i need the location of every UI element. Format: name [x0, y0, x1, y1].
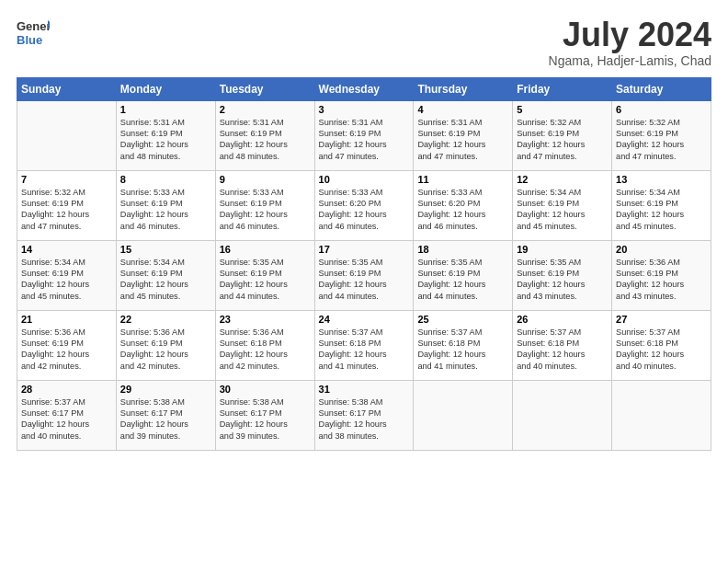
- day-number: 17: [319, 244, 410, 255]
- day-number: 4: [417, 104, 508, 115]
- table-cell: 8Sunrise: 5:33 AMSunset: 6:19 PMDaylight…: [116, 170, 215, 240]
- day-number: 25: [417, 314, 508, 325]
- title-block: July 2024 Ngama, Hadjer-Lamis, Chad: [549, 17, 711, 68]
- calendar-page: General Blue July 2024 Ngama, Hadjer-Lam…: [0, 0, 728, 563]
- col-thursday: Thursday: [414, 77, 513, 100]
- day-info: Sunrise: 5:35 AMSunset: 6:19 PMDaylight:…: [319, 257, 410, 303]
- table-cell: 1Sunrise: 5:31 AMSunset: 6:19 PMDaylight…: [116, 100, 215, 170]
- col-monday: Monday: [116, 77, 215, 100]
- day-number: 11: [417, 174, 508, 185]
- day-number: 5: [517, 104, 608, 115]
- header: General Blue July 2024 Ngama, Hadjer-Lam…: [17, 17, 711, 68]
- calendar-table: Sunday Monday Tuesday Wednesday Thursday…: [17, 77, 711, 451]
- table-cell: 30Sunrise: 5:38 AMSunset: 6:17 PMDayligh…: [215, 380, 314, 450]
- table-cell: [414, 380, 513, 450]
- table-cell: 10Sunrise: 5:33 AMSunset: 6:20 PMDayligh…: [314, 170, 414, 240]
- table-row: 14Sunrise: 5:34 AMSunset: 6:19 PMDayligh…: [17, 240, 711, 310]
- table-cell: 25Sunrise: 5:37 AMSunset: 6:18 PMDayligh…: [414, 310, 513, 380]
- day-info: Sunrise: 5:33 AMSunset: 6:19 PMDaylight:…: [120, 187, 211, 233]
- table-cell: 28Sunrise: 5:37 AMSunset: 6:17 PMDayligh…: [17, 380, 117, 450]
- col-saturday: Saturday: [612, 77, 711, 100]
- day-number: 6: [616, 104, 707, 115]
- day-number: 7: [21, 174, 112, 185]
- calendar-body: 1Sunrise: 5:31 AMSunset: 6:19 PMDaylight…: [17, 100, 711, 450]
- table-row: 1Sunrise: 5:31 AMSunset: 6:19 PMDaylight…: [17, 100, 711, 170]
- day-info: Sunrise: 5:35 AMSunset: 6:19 PMDaylight:…: [417, 257, 508, 303]
- day-info: Sunrise: 5:34 AMSunset: 6:19 PMDaylight:…: [120, 257, 211, 303]
- table-cell: 7Sunrise: 5:32 AMSunset: 6:19 PMDaylight…: [17, 170, 117, 240]
- day-number: 26: [517, 314, 608, 325]
- table-cell: [513, 380, 612, 450]
- svg-text:General: General: [17, 19, 50, 33]
- day-number: 9: [220, 174, 311, 185]
- day-info: Sunrise: 5:37 AMSunset: 6:17 PMDaylight:…: [21, 396, 112, 442]
- table-cell: 26Sunrise: 5:37 AMSunset: 6:18 PMDayligh…: [513, 310, 612, 380]
- day-info: Sunrise: 5:36 AMSunset: 6:18 PMDaylight:…: [220, 327, 311, 373]
- table-cell: 22Sunrise: 5:36 AMSunset: 6:19 PMDayligh…: [116, 310, 215, 380]
- table-cell: 21Sunrise: 5:36 AMSunset: 6:19 PMDayligh…: [17, 310, 117, 380]
- table-cell: 15Sunrise: 5:34 AMSunset: 6:19 PMDayligh…: [116, 240, 215, 310]
- day-number: 15: [120, 244, 211, 255]
- table-row: 28Sunrise: 5:37 AMSunset: 6:17 PMDayligh…: [17, 380, 711, 450]
- day-info: Sunrise: 5:38 AMSunset: 6:17 PMDaylight:…: [319, 396, 410, 442]
- table-cell: [612, 380, 711, 450]
- day-number: 12: [517, 174, 608, 185]
- table-cell: 29Sunrise: 5:38 AMSunset: 6:17 PMDayligh…: [116, 380, 215, 450]
- table-cell: [17, 100, 117, 170]
- logo-text: General Blue: [17, 17, 50, 50]
- day-number: 30: [220, 384, 311, 395]
- day-info: Sunrise: 5:36 AMSunset: 6:19 PMDaylight:…: [21, 327, 112, 373]
- day-info: Sunrise: 5:31 AMSunset: 6:19 PMDaylight:…: [120, 117, 211, 163]
- table-cell: 5Sunrise: 5:32 AMSunset: 6:19 PMDaylight…: [513, 100, 612, 170]
- day-info: Sunrise: 5:34 AMSunset: 6:19 PMDaylight:…: [616, 187, 707, 233]
- day-number: 1: [120, 104, 211, 115]
- day-info: Sunrise: 5:31 AMSunset: 6:19 PMDaylight:…: [417, 117, 508, 163]
- header-row: Sunday Monday Tuesday Wednesday Thursday…: [17, 77, 711, 100]
- day-number: 18: [417, 244, 508, 255]
- day-number: 14: [21, 244, 112, 255]
- day-number: 13: [616, 174, 707, 185]
- table-cell: 18Sunrise: 5:35 AMSunset: 6:19 PMDayligh…: [414, 240, 513, 310]
- day-info: Sunrise: 5:33 AMSunset: 6:20 PMDaylight:…: [319, 187, 410, 233]
- day-info: Sunrise: 5:36 AMSunset: 6:19 PMDaylight:…: [616, 257, 707, 303]
- day-info: Sunrise: 5:32 AMSunset: 6:19 PMDaylight:…: [517, 117, 608, 163]
- day-info: Sunrise: 5:36 AMSunset: 6:19 PMDaylight:…: [120, 327, 211, 373]
- table-cell: 4Sunrise: 5:31 AMSunset: 6:19 PMDaylight…: [414, 100, 513, 170]
- col-tuesday: Tuesday: [215, 77, 314, 100]
- table-cell: 24Sunrise: 5:37 AMSunset: 6:18 PMDayligh…: [314, 310, 414, 380]
- table-cell: 16Sunrise: 5:35 AMSunset: 6:19 PMDayligh…: [215, 240, 314, 310]
- day-info: Sunrise: 5:31 AMSunset: 6:19 PMDaylight:…: [319, 117, 410, 163]
- day-info: Sunrise: 5:34 AMSunset: 6:19 PMDaylight:…: [517, 187, 608, 233]
- col-sunday: Sunday: [17, 77, 117, 100]
- day-info: Sunrise: 5:31 AMSunset: 6:19 PMDaylight:…: [220, 117, 311, 163]
- table-cell: 27Sunrise: 5:37 AMSunset: 6:18 PMDayligh…: [612, 310, 711, 380]
- day-number: 8: [120, 174, 211, 185]
- table-cell: 20Sunrise: 5:36 AMSunset: 6:19 PMDayligh…: [612, 240, 711, 310]
- day-number: 29: [120, 384, 211, 395]
- table-cell: 17Sunrise: 5:35 AMSunset: 6:19 PMDayligh…: [314, 240, 414, 310]
- col-friday: Friday: [513, 77, 612, 100]
- day-number: 20: [616, 244, 707, 255]
- table-row: 21Sunrise: 5:36 AMSunset: 6:19 PMDayligh…: [17, 310, 711, 380]
- table-cell: 2Sunrise: 5:31 AMSunset: 6:19 PMDaylight…: [215, 100, 314, 170]
- logo-svg: General Blue: [17, 17, 50, 50]
- day-number: 24: [319, 314, 410, 325]
- day-info: Sunrise: 5:33 AMSunset: 6:19 PMDaylight:…: [220, 187, 311, 233]
- day-number: 23: [220, 314, 311, 325]
- day-info: Sunrise: 5:38 AMSunset: 6:17 PMDaylight:…: [120, 396, 211, 442]
- day-info: Sunrise: 5:33 AMSunset: 6:20 PMDaylight:…: [417, 187, 508, 233]
- day-info: Sunrise: 5:32 AMSunset: 6:19 PMDaylight:…: [616, 117, 707, 163]
- table-cell: 14Sunrise: 5:34 AMSunset: 6:19 PMDayligh…: [17, 240, 117, 310]
- day-info: Sunrise: 5:32 AMSunset: 6:19 PMDaylight:…: [21, 187, 112, 233]
- day-number: 28: [21, 384, 112, 395]
- day-number: 21: [21, 314, 112, 325]
- table-cell: 13Sunrise: 5:34 AMSunset: 6:19 PMDayligh…: [612, 170, 711, 240]
- day-number: 16: [220, 244, 311, 255]
- day-info: Sunrise: 5:34 AMSunset: 6:19 PMDaylight:…: [21, 257, 112, 303]
- table-cell: 6Sunrise: 5:32 AMSunset: 6:19 PMDaylight…: [612, 100, 711, 170]
- day-info: Sunrise: 5:37 AMSunset: 6:18 PMDaylight:…: [417, 327, 508, 373]
- day-info: Sunrise: 5:35 AMSunset: 6:19 PMDaylight:…: [517, 257, 608, 303]
- day-number: 31: [319, 384, 410, 395]
- day-info: Sunrise: 5:37 AMSunset: 6:18 PMDaylight:…: [616, 327, 707, 373]
- location-subtitle: Ngama, Hadjer-Lamis, Chad: [549, 53, 711, 68]
